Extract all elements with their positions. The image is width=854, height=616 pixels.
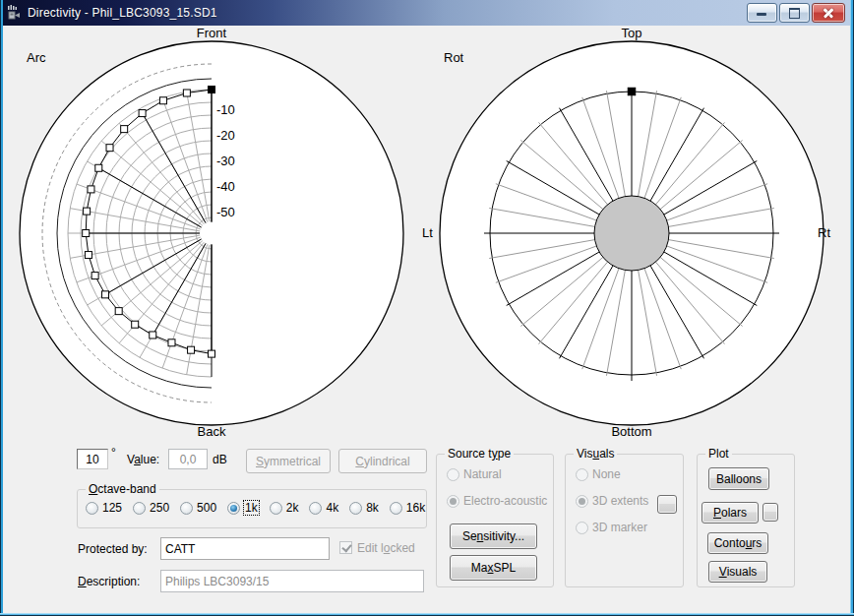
octave-band-options: 125 250 500 1k 2k 4k 8k 16k bbox=[86, 501, 425, 515]
maximize-icon bbox=[789, 8, 800, 19]
visuals-button[interactable]: Visuals bbox=[708, 561, 767, 583]
radio-octave-8k[interactable]: 8k bbox=[349, 501, 379, 515]
window-border-right bbox=[850, 0, 854, 616]
symmetrical-button: Symmetrical bbox=[246, 449, 331, 473]
rot-left-label: Lt bbox=[422, 225, 433, 240]
value-input bbox=[168, 449, 208, 469]
visuals-group: Visuals None 3D extents 3D marker bbox=[565, 454, 684, 587]
svg-text:-30: -30 bbox=[216, 154, 235, 168]
max-spl-button[interactable]: Max SPL bbox=[450, 555, 537, 581]
radio-icon bbox=[270, 502, 282, 515]
radio-octave-125[interactable]: 125 bbox=[86, 501, 122, 515]
cylindrical-button: Cylindrical bbox=[338, 449, 427, 473]
radio-octave-1k[interactable]: 1k bbox=[227, 501, 259, 515]
arc-back-label: Back bbox=[198, 424, 226, 439]
svg-text:-50: -50 bbox=[216, 205, 235, 219]
db-unit-label: dB bbox=[213, 453, 227, 466]
octave-band-group: Octave-band 125 250 500 1k 2k 4k 8k 16k bbox=[77, 489, 427, 528]
radio-icon bbox=[349, 502, 362, 515]
arc-polar-plot[interactable]: -10-20-30-40-50 bbox=[8, 28, 425, 439]
radio-3d-extents: 3D extents bbox=[576, 494, 648, 508]
description-input bbox=[160, 570, 424, 592]
balloons-button[interactable]: Balloons bbox=[708, 467, 769, 490]
radio-3d-marker: 3D marker bbox=[576, 521, 647, 534]
octave-band-group-label: Octave-band bbox=[86, 482, 159, 496]
caption-buttons bbox=[747, 3, 845, 23]
radio-selected-icon bbox=[447, 495, 459, 508]
radio-icon bbox=[133, 502, 146, 515]
angle-step-input[interactable] bbox=[77, 449, 108, 469]
edit-locked-label: Edit locked bbox=[357, 541, 415, 555]
rot-polar-plot[interactable] bbox=[428, 28, 851, 439]
protected-by-input[interactable] bbox=[160, 537, 330, 560]
plot-group: Plot Balloons Polars Contours Visuals bbox=[697, 454, 795, 587]
radio-selected-icon bbox=[227, 502, 240, 515]
svg-text:-40: -40 bbox=[216, 179, 235, 194]
polars-button[interactable]: Polars bbox=[702, 502, 759, 524]
source-type-group: Source type Natural Electro-acoustic Sen… bbox=[436, 454, 554, 587]
extents-color-button[interactable] bbox=[657, 495, 677, 514]
radio-octave-16k[interactable]: 16k bbox=[390, 501, 425, 515]
radio-icon bbox=[576, 468, 588, 481]
radio-icon bbox=[180, 502, 193, 515]
close-button[interactable] bbox=[812, 3, 845, 23]
radio-octave-2k[interactable]: 2k bbox=[270, 501, 299, 515]
radio-visuals-none: None bbox=[576, 467, 621, 481]
contours-button[interactable]: Contours bbox=[707, 532, 768, 554]
maximize-button[interactable] bbox=[779, 3, 810, 23]
plot-group-label: Plot bbox=[705, 447, 732, 461]
radio-icon bbox=[447, 468, 459, 481]
visuals-group-label: Visuals bbox=[574, 447, 617, 461]
directivity-window: Directivity - Phil_LBC3093_15.SD1 -10-20… bbox=[0, 0, 854, 616]
degree-unit-label: ° bbox=[111, 446, 116, 460]
arc-front-label: Front bbox=[197, 26, 226, 40]
app-icon bbox=[7, 5, 23, 21]
sensitivity-button[interactable]: Sensitivity... bbox=[450, 524, 537, 549]
minimize-button[interactable] bbox=[747, 3, 777, 23]
svg-text:-20: -20 bbox=[216, 128, 235, 143]
radio-octave-4k[interactable]: 4k bbox=[309, 501, 338, 515]
check-icon bbox=[341, 542, 351, 553]
radio-icon bbox=[309, 502, 322, 515]
radio-octave-250[interactable]: 250 bbox=[133, 501, 169, 515]
window-border-left bbox=[0, 0, 3, 616]
rot-plot-title: Rot bbox=[444, 50, 463, 65]
title-bar[interactable]: Directivity - Phil_LBC3093_15.SD1 bbox=[0, 0, 854, 26]
radio-natural: Natural bbox=[447, 467, 502, 481]
description-label: Description: bbox=[78, 575, 140, 588]
radio-icon bbox=[576, 522, 588, 534]
arc-plot-title: Arc bbox=[27, 50, 46, 65]
value-label: Value: bbox=[127, 453, 159, 466]
rot-right-label: Rt bbox=[818, 225, 830, 240]
polars-options-button[interactable] bbox=[762, 503, 778, 522]
radio-icon bbox=[86, 502, 98, 515]
radio-selected-icon bbox=[576, 495, 588, 508]
svg-text:-10: -10 bbox=[216, 102, 235, 117]
radio-electro-acoustic: Electro-acoustic bbox=[447, 494, 547, 508]
rot-bottom-label: Bottom bbox=[611, 424, 651, 439]
source-type-group-label: Source type bbox=[445, 447, 514, 461]
minimize-icon bbox=[757, 13, 766, 16]
window-title: Directivity - Phil_LBC3093_15.SD1 bbox=[28, 6, 217, 20]
close-icon bbox=[813, 4, 844, 22]
radio-octave-500[interactable]: 500 bbox=[180, 501, 216, 515]
radio-icon bbox=[390, 502, 402, 515]
edit-locked-checkbox bbox=[339, 541, 352, 554]
protected-by-label: Protected by: bbox=[78, 542, 148, 556]
rot-top-label: Top bbox=[622, 26, 642, 40]
